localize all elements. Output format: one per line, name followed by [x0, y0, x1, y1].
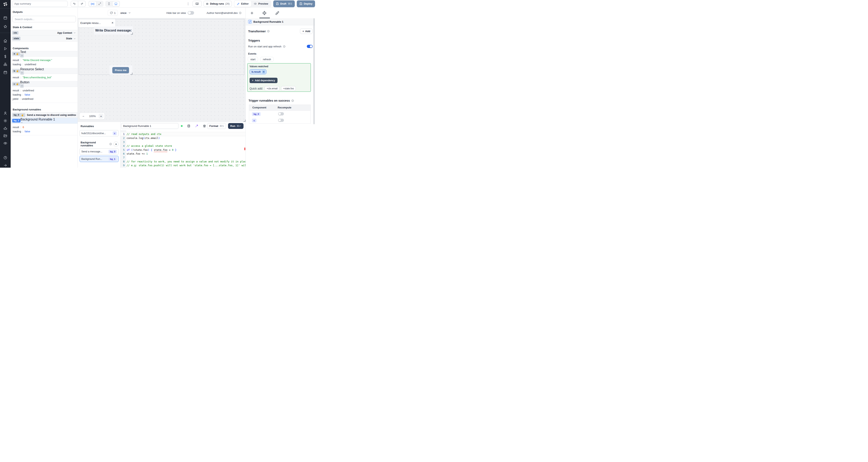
- component-row-a[interactable]: a☝ Text: [11, 51, 78, 57]
- add-dependency-button[interactable]: +Add dependency: [250, 78, 277, 83]
- fullscreen-layout-button[interactable]: [96, 1, 103, 6]
- zoom-out-button[interactable]: −: [81, 114, 86, 118]
- runnable-name-input[interactable]: [121, 123, 179, 129]
- run-on-start-row: Run on start and app refresh: [246, 45, 315, 48]
- info-icon[interactable]: [109, 143, 112, 145]
- add-transformer-button[interactable]: +Add: [300, 29, 313, 34]
- mobile-view-button[interactable]: [106, 1, 112, 6]
- settings-gear-icon[interactable]: [3, 119, 7, 123]
- audit-eye-icon[interactable]: [3, 141, 7, 145]
- refresh-interval-select[interactable]: once: [120, 11, 131, 14]
- folders-icon[interactable]: [3, 134, 7, 138]
- runnable-item-hub[interactable]: hub/1511/discord/se... c: [80, 130, 119, 136]
- trash-icon[interactable]: [203, 124, 206, 128]
- debug-runs-button[interactable]: Debug runs (26): [204, 1, 232, 7]
- component-b-badge: b☝: [12, 69, 20, 73]
- component-row-c[interactable]: c☝ Button: [11, 81, 78, 87]
- runnable-settings-panel: ƒ Background Runnable 1 Transformer +Add…: [246, 8, 315, 168]
- recompute-toggle-c[interactable]: [278, 119, 284, 122]
- runnable-item-bg1-selected[interactable]: Background Run... bg_1: [80, 156, 119, 162]
- author-info: Author henri@windmill.dev: [207, 11, 242, 14]
- runnable-badge: bg_1: [108, 157, 117, 161]
- zoom-in-button[interactable]: +: [99, 113, 103, 119]
- ai-wand-icon[interactable]: [195, 124, 198, 128]
- info-icon[interactable]: [239, 12, 242, 14]
- chevron-down-icon[interactable]: [73, 32, 76, 34]
- runnable-row-bg1[interactable]: bg_1 Background Runnable 1: [11, 118, 78, 124]
- quick-add-ctx-email[interactable]: +ctx.email: [265, 86, 279, 91]
- draft-button[interactable]: Draft⌘S: [273, 0, 295, 7]
- code-line: 2console.log(ctx.email): [121, 136, 246, 140]
- app-canvas[interactable]: Write Discord message: Example resou... …: [78, 18, 246, 122]
- info-icon[interactable]: [267, 30, 270, 33]
- component-row-b[interactable]: b☝ Resource Select: [11, 68, 78, 74]
- collapse-button[interactable]: [20, 54, 24, 58]
- output-row-state[interactable]: state State: [11, 36, 78, 41]
- help-icon[interactable]: [3, 156, 7, 160]
- events-label: Events: [246, 53, 315, 55]
- dependency-chip[interactable]: b.result ×: [250, 69, 267, 74]
- collapse-button[interactable]: [20, 84, 24, 88]
- runs-play-icon[interactable]: [3, 47, 7, 51]
- code-area[interactable]: 1// read outputs and ctx 2console.log(ct…: [121, 130, 246, 168]
- more-menu-button[interactable]: ⋮: [186, 2, 190, 6]
- deploy-button[interactable]: Deploy: [297, 0, 315, 7]
- divider: [0, 8, 11, 8]
- favorites-star-icon[interactable]: [3, 25, 7, 29]
- scrollbar-thumb[interactable]: [313, 18, 315, 124]
- center-layout-button[interactable]: |o|: [89, 1, 96, 6]
- code-editor: Format⌘S Run⌘↵ 1// read outputs and ctx …: [121, 122, 246, 168]
- event-chip-start[interactable]: start: [248, 57, 258, 62]
- search-outputs-input[interactable]: [12, 16, 76, 22]
- chevron-down-icon[interactable]: [73, 37, 76, 40]
- insert-component-plus-icon[interactable]: [250, 11, 254, 15]
- users-icon[interactable]: [3, 111, 7, 115]
- apps-icon[interactable]: [3, 16, 7, 20]
- workers-robot-icon[interactable]: [3, 127, 7, 130]
- recompute-toggle-bg0[interactable]: [278, 112, 284, 116]
- bottom-panel: Runnables hub/1511/discord/se... c Backg…: [78, 122, 246, 168]
- hide-bar-toggle[interactable]: [188, 11, 194, 15]
- runnable-row-bg0[interactable]: bg_0☝ Send a message to discord using we…: [11, 112, 78, 118]
- database-icon[interactable]: [187, 124, 190, 128]
- run-button[interactable]: Run⌘↵: [228, 123, 244, 129]
- device-toggle-group: [105, 1, 120, 7]
- remove-dependency-icon[interactable]: ×: [262, 70, 265, 73]
- tab-preview[interactable]: Preview: [251, 1, 271, 7]
- press-me-button[interactable]: Press me: [112, 67, 129, 73]
- button-component-shell[interactable]: Press me: [110, 65, 132, 75]
- runnable-item-bg0[interactable]: Send a message... bg_0: [80, 148, 119, 155]
- redo-button[interactable]: [78, 1, 86, 7]
- add-background-runnable-button[interactable]: +: [114, 141, 119, 146]
- info-icon[interactable]: [283, 45, 285, 48]
- resources-boxes-icon[interactable]: [3, 62, 7, 66]
- run-on-start-toggle[interactable]: [307, 45, 313, 48]
- info-icon[interactable]: [291, 99, 294, 102]
- canvas-zoom-control: − 100% +: [80, 113, 105, 120]
- code-line: 1// read outputs and ctx: [121, 132, 246, 136]
- text-component[interactable]: Write Discord message:: [94, 26, 133, 35]
- windmill-app-editor: |o| ⋮ Debug runs (26) Editor Preview: [0, 0, 315, 168]
- component-settings-icon[interactable]: [262, 11, 267, 15]
- schedules-calendar-icon[interactable]: [3, 70, 7, 74]
- desktop-view-button[interactable]: [112, 1, 120, 6]
- chevron-up-icon[interactable]: [21, 121, 23, 124]
- home-icon[interactable]: [3, 39, 7, 43]
- windmill-logo-icon[interactable]: [3, 2, 8, 7]
- draft-shortcut: ⌘S: [288, 2, 292, 5]
- collapse-arrow-icon[interactable]: [3, 163, 7, 167]
- undo-button[interactable]: [71, 1, 78, 7]
- center-layout-icon: |o|: [91, 2, 94, 5]
- app-summary-input[interactable]: [12, 1, 68, 7]
- docs-button[interactable]: [192, 1, 202, 7]
- table-row: bg_0: [249, 111, 310, 117]
- theme-brush-icon[interactable]: [275, 11, 279, 15]
- collapse-button[interactable]: [20, 71, 24, 75]
- tab-editor[interactable]: Editor: [234, 1, 251, 7]
- variables-dollar-icon[interactable]: [3, 55, 7, 59]
- refresh-count-button[interactable]: 1: [108, 10, 118, 16]
- quick-add-state-foo[interactable]: +state.foo: [281, 86, 296, 91]
- format-button[interactable]: Format⌘S: [207, 123, 226, 129]
- event-chip-refresh[interactable]: refresh: [260, 57, 274, 62]
- output-row-ctx[interactable]: ctx App Context: [11, 30, 78, 36]
